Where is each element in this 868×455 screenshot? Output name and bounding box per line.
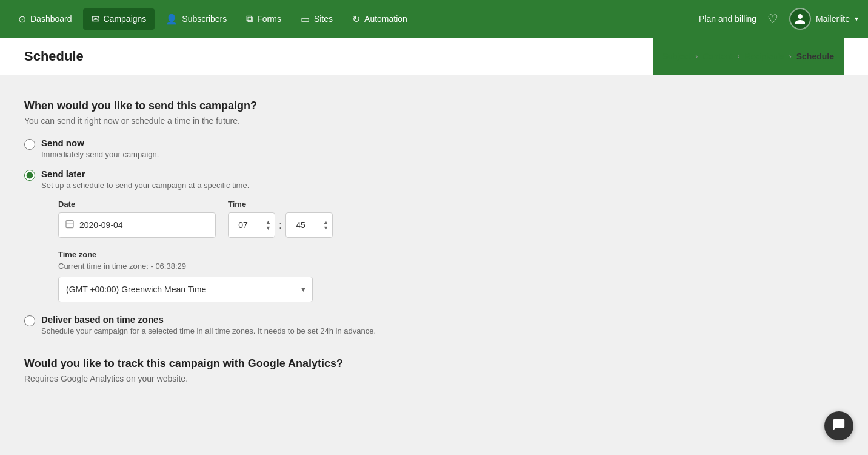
time-minute-input[interactable] bbox=[290, 220, 312, 230]
page-title: Schedule bbox=[24, 49, 84, 64]
hour-up-arrow[interactable]: ▲ bbox=[265, 220, 271, 225]
send-now-text: Send now Immediately send your campaign. bbox=[41, 138, 159, 159]
send-now-description: Immediately send your campaign. bbox=[41, 150, 159, 159]
campaigns-icon: ✉ bbox=[92, 13, 99, 25]
timezone-label: Time zone bbox=[58, 250, 333, 259]
send-now-option: Send now Immediately send your campaign. bbox=[24, 138, 844, 159]
nav-right: Plan and billing ♡ Mailerlite ▾ bbox=[699, 8, 858, 30]
nav-item-dashboard-label: Dashboard bbox=[30, 14, 72, 24]
breadcrumb-sep-2: › bbox=[737, 52, 739, 61]
forms-icon: ⧉ bbox=[246, 13, 253, 24]
breadcrumb-subject[interactable]: Subject bbox=[663, 52, 691, 61]
deliver-based-description: Schedule your campaign for a selected ti… bbox=[41, 326, 376, 335]
date-label: Date bbox=[58, 200, 216, 209]
deliver-based-option: Deliver based on time zones Schedule you… bbox=[24, 314, 844, 335]
analytics-section: Would you like to track this campaign wi… bbox=[24, 357, 844, 383]
breadcrumb-recipients[interactable]: Recipients bbox=[744, 52, 784, 61]
date-time-row: Date Time bbox=[58, 200, 333, 238]
timezone-select-wrap[interactable]: (GMT +00:00) Greenwich Mean Time (GMT -1… bbox=[58, 277, 313, 302]
nav-item-sites-label: Sites bbox=[314, 14, 333, 24]
schedule-fields: Date Time bbox=[58, 200, 333, 302]
chat-button[interactable] bbox=[824, 411, 853, 440]
send-later-radio[interactable] bbox=[24, 170, 35, 181]
deliver-based-text: Deliver based on time zones Schedule you… bbox=[41, 314, 376, 335]
send-later-label[interactable]: Send later bbox=[41, 169, 85, 179]
breadcrumb-schedule[interactable]: Schedule bbox=[796, 52, 834, 61]
main-content: When would you like to send this campaig… bbox=[0, 75, 868, 455]
subscribers-icon: 👤 bbox=[165, 13, 178, 25]
nav-item-automation-label: Automation bbox=[364, 14, 407, 24]
send-now-radio[interactable] bbox=[24, 139, 35, 150]
deliver-based-radio[interactable] bbox=[24, 315, 35, 326]
plan-billing-link[interactable]: Plan and billing bbox=[699, 14, 756, 24]
send-now-radio-wrap[interactable] bbox=[24, 139, 35, 152]
nav-item-subscribers[interactable]: 👤 Subscribers bbox=[157, 8, 235, 30]
sites-icon: ▭ bbox=[301, 13, 310, 25]
nav-left: ⊙ Dashboard ✉ Campaigns 👤 Subscribers ⧉ … bbox=[10, 8, 416, 30]
hour-down-arrow[interactable]: ▼ bbox=[265, 226, 271, 231]
heart-icon[interactable]: ♡ bbox=[767, 12, 778, 26]
top-navigation: ⊙ Dashboard ✉ Campaigns 👤 Subscribers ⧉ … bbox=[0, 0, 868, 38]
send-later-option: Send later Set up a schedule to send you… bbox=[24, 169, 844, 302]
time-field-group: Time ▲ ▼ : bbox=[228, 200, 333, 238]
breadcrumb: Subject › Content › Recipients › Schedul… bbox=[653, 38, 844, 75]
hour-arrows: ▲ ▼ bbox=[265, 220, 271, 231]
user-menu[interactable]: Mailerlite ▾ bbox=[789, 8, 858, 30]
timezone-section: Time zone Current time in time zone: - 0… bbox=[58, 250, 333, 302]
user-chevron-icon: ▾ bbox=[855, 15, 858, 23]
time-hour-input[interactable] bbox=[232, 220, 254, 230]
nav-item-automation[interactable]: ↻ Automation bbox=[344, 8, 416, 30]
breadcrumb-sep-3: › bbox=[789, 52, 792, 61]
send-later-radio-wrap[interactable] bbox=[24, 170, 35, 183]
time-hour-spinner[interactable]: ▲ ▼ bbox=[228, 212, 275, 238]
when-subtitle: You can send it right now or schedule a … bbox=[24, 116, 844, 126]
nav-item-forms[interactable]: ⧉ Forms bbox=[238, 8, 290, 29]
nav-item-subscribers-label: Subscribers bbox=[182, 14, 227, 24]
nav-item-dashboard[interactable]: ⊙ Dashboard bbox=[10, 8, 81, 30]
minute-arrows: ▲ ▼ bbox=[323, 220, 329, 231]
svg-rect-0 bbox=[66, 221, 73, 228]
date-input[interactable] bbox=[79, 220, 209, 230]
time-label: Time bbox=[228, 200, 333, 209]
timezone-current-time: Current time in time zone: - 06:38:29 bbox=[58, 261, 333, 271]
send-now-label[interactable]: Send now bbox=[41, 138, 84, 148]
minute-down-arrow[interactable]: ▼ bbox=[323, 226, 329, 231]
breadcrumb-sep-1: › bbox=[695, 52, 698, 61]
time-minute-spinner[interactable]: ▲ ▼ bbox=[285, 212, 333, 238]
breadcrumb-content[interactable]: Content bbox=[703, 52, 732, 61]
send-later-text: Send later Set up a schedule to send you… bbox=[41, 169, 333, 302]
nav-item-campaigns[interactable]: ✉ Campaigns bbox=[83, 8, 155, 30]
calendar-icon bbox=[65, 219, 75, 231]
page-header: Schedule Subject › Content › Recipients … bbox=[0, 38, 868, 75]
chat-icon bbox=[832, 418, 846, 434]
nav-item-campaigns-label: Campaigns bbox=[104, 14, 147, 24]
automation-icon: ↻ bbox=[352, 13, 360, 25]
deliver-based-label[interactable]: Deliver based on time zones bbox=[41, 314, 164, 325]
nav-item-sites[interactable]: ▭ Sites bbox=[292, 8, 341, 30]
date-input-wrap[interactable] bbox=[58, 212, 216, 238]
analytics-subtitle: Requires Google Analytics on your websit… bbox=[24, 374, 844, 383]
analytics-title: Would you like to track this campaign wi… bbox=[24, 357, 844, 370]
avatar bbox=[789, 8, 811, 30]
user-name: Mailerlite bbox=[816, 14, 850, 24]
date-field-group: Date bbox=[58, 200, 216, 238]
when-section: When would you like to send this campaig… bbox=[24, 99, 844, 335]
time-separator: : bbox=[279, 212, 282, 238]
nav-item-forms-label: Forms bbox=[257, 14, 281, 24]
send-later-description: Set up a schedule to send your campaign … bbox=[41, 181, 333, 190]
time-inputs: ▲ ▼ : ▲ ▼ bbox=[228, 212, 333, 238]
timezone-select[interactable]: (GMT +00:00) Greenwich Mean Time (GMT -1… bbox=[58, 277, 313, 302]
dashboard-icon: ⊙ bbox=[18, 13, 26, 25]
minute-up-arrow[interactable]: ▲ bbox=[323, 220, 329, 225]
deliver-based-radio-wrap[interactable] bbox=[24, 315, 35, 329]
when-title: When would you like to send this campaig… bbox=[24, 99, 844, 112]
